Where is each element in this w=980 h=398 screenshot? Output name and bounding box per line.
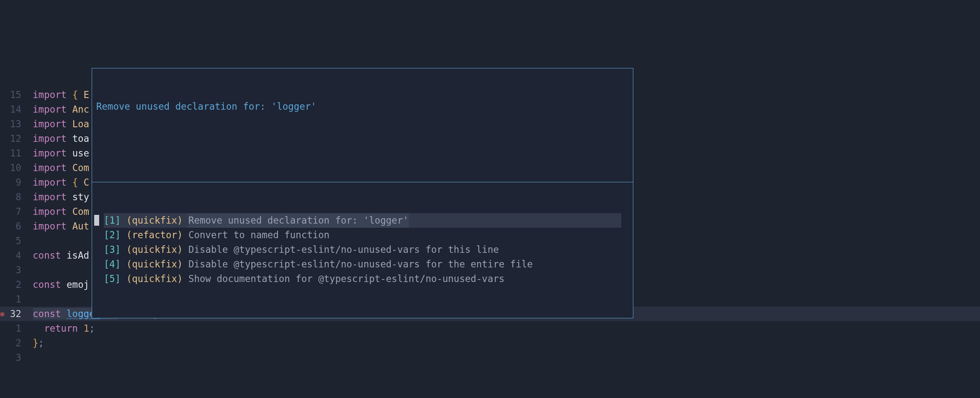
action-description: Convert to named function [188,228,330,242]
code-content[interactable] [27,292,33,307]
line-number: 10 [0,161,27,175]
code-action-item[interactable]: [2] (refactor) Convert to named function [104,228,621,242]
line-number: 2 [0,336,27,350]
line-number: 12 [0,131,27,146]
code-content[interactable]: import { C [27,175,89,190]
line-number: 1 [0,321,27,336]
code-line[interactable]: 1 return 1; [0,321,980,336]
code-content[interactable] [27,263,33,277]
action-description: Remove unused declaration for: 'logger' [188,213,408,228]
code-action-item[interactable]: [5] (quickfix) Show documentation for @t… [104,272,621,286]
line-number: 11 [0,146,27,161]
code-content[interactable]: }; [27,336,44,350]
line-number: 8 [0,190,27,204]
code-action-title: Remove unused declaration for: 'logger' [96,99,629,114]
code-action-item[interactable]: [4] (quickfix) Disable @typescript-eslin… [104,257,621,272]
code-action-item[interactable]: [1] (quickfix) Remove unused declaration… [104,213,621,228]
action-description: Show documentation for @typescript-eslin… [188,272,505,286]
code-content[interactable]: import { E [27,88,89,102]
action-kind: (quickfix) [126,242,188,257]
line-number: ⊗32 [0,307,27,321]
code-action-item[interactable]: [3] (quickfix) Disable @typescript-eslin… [104,242,621,257]
code-content[interactable]: import Com [27,161,89,175]
code-content[interactable]: import toa [27,131,89,146]
line-number: 5 [0,234,27,248]
code-content[interactable]: import use [27,146,89,161]
line-number: 13 [0,117,27,131]
code-content[interactable]: const isAd [27,248,89,263]
action-index: [1] [104,213,126,228]
code-line[interactable]: 3 [0,350,980,365]
code-action-list-popup[interactable]: [1] (quickfix) Remove unused declaration… [92,182,633,318]
line-number: 2 [0,277,27,292]
line-number: 7 [0,204,27,219]
code-line[interactable]: 2 }; [0,336,980,350]
line-number: 3 [0,263,27,277]
action-description: Disable @typescript-eslint/no-unused-var… [188,257,532,272]
code-content[interactable]: import Com [27,204,89,219]
action-kind: (quickfix) [126,272,188,286]
line-number: 14 [0,102,27,117]
line-number: 4 [0,248,27,263]
code-content[interactable]: import sty [27,190,89,204]
error-icon: ⊗ [0,307,5,321]
line-number: 15 [0,88,27,102]
action-kind: (quickfix) [126,257,188,272]
action-index: [4] [104,257,126,272]
action-kind: (refactor) [126,228,188,242]
action-index: [3] [104,242,126,257]
blank-line [96,143,629,158]
action-index: [2] [104,228,126,242]
code-content[interactable]: const emoj [27,277,89,292]
line-number: 6 [0,219,27,234]
code-content[interactable] [27,234,33,248]
code-content[interactable]: return 1; [27,321,95,336]
action-index: [5] [104,272,126,286]
line-number: 1 [0,292,27,307]
code-content[interactable]: import Loa [27,117,89,131]
code-content[interactable]: import Aut [27,219,89,234]
editor-viewport: 15 import { E14 import Anc13 import Loa1… [0,58,980,398]
action-kind: (quickfix) [126,213,188,228]
code-content[interactable]: import Anc [27,102,89,117]
line-number: 3 [0,350,27,365]
code-content[interactable] [27,350,33,365]
action-description: Disable @typescript-eslint/no-unused-var… [188,242,499,257]
line-number: 9 [0,175,27,190]
